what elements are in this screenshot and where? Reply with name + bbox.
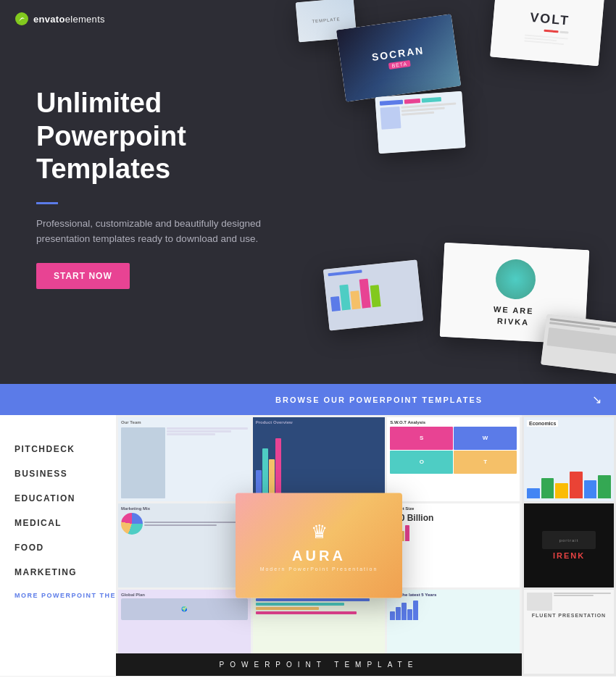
thumb-1[interactable]: Our Team [118,417,251,501]
logo: envatoelements [14,12,105,26]
sidebar-more-themes[interactable]: MORE POWERPOINT THEMES [14,585,101,606]
template-card-bottom-right [541,314,616,375]
sidebar-item-pitchdeck[interactable]: PITCHDECK [14,437,101,461]
sidebar-item-education[interactable]: EDUCATION [14,486,101,511]
rivka-circle [494,259,536,301]
right-thumb-economics[interactable]: Economics [524,417,614,501]
aura-subtitle: Modern PowerPoint Presentation [260,566,378,571]
powerpoint-bar: POWERPOINT TEMPLATE [116,653,522,676]
template-card-volt: VOLT [490,0,604,66]
sidebar-item-business[interactable]: BUSINESS [14,461,101,486]
socran-title: SOCRAN [371,44,425,63]
hero-content: Unlimited Powerpoint Templates Professio… [36,87,297,289]
rivka-text: WE ARE RIVKA [493,304,534,329]
thumb-6[interactable]: Market Size $10 Billion [387,503,520,587]
logo-text: envatoelements [33,14,105,25]
browse-arrow: ↘ [592,393,602,406]
bottom-section: PITCHDECK BUSINESS EDUCATION MEDICAL FOO… [0,415,616,676]
hero-title: Unlimited Powerpoint Templates [36,87,297,186]
thumb-2[interactable]: Product Overview [253,417,386,501]
thumb-4[interactable]: Marketing Mix [118,503,251,587]
template-card-socran: SOCRAN BETA [336,14,461,101]
template-card-middle [375,91,465,154]
sidebar-item-food[interactable]: FOOD [14,535,101,560]
right-thumb-irenk[interactable]: portrait IRENK [524,503,614,587]
aura-crown-icon: ♛ [311,520,328,543]
envato-icon [14,12,29,26]
irenk-label: IRENK [553,551,585,560]
economics-label: Economics [527,420,558,427]
template-grid-area: Our Team Product Overview [116,415,522,676]
view-more-bar: VIEW MORE → [0,676,616,686]
browse-title: BROWSE OUR POWERPOINT TEMPLATES [275,396,483,404]
sidebar-item-marketing[interactable]: MARKETING [14,560,101,585]
hero-divider [36,202,58,204]
hero-template-cards: TEMPLATE SOCRAN BETA VOLT [268,0,616,384]
thumb-3[interactable]: S.W.O.T Analysis S W O T [387,417,520,501]
sidebar: PITCHDECK BUSINESS EDUCATION MEDICAL FOO… [0,415,116,676]
sidebar-item-medical[interactable]: MEDICAL [14,511,101,535]
browse-bar: BROWSE OUR POWERPOINT TEMPLATES ↘ [0,384,616,415]
volt-title: VOLT [530,9,570,28]
fluent-label: FLUENT PRESENTATION [527,612,611,619]
hero-subtitle: Professional, customizable and beautiful… [36,216,268,247]
template-card-bottom-left [323,259,423,330]
socran-badge: BETA [388,60,411,70]
right-thumb-fluent[interactable]: FLUENT PRESENTATION [524,590,614,674]
right-thumbnail-panel: Economics portrait IRENK [522,415,616,676]
start-now-button[interactable]: START NOW [36,263,130,289]
aura-title: AURA [292,547,346,564]
hero-section: envatoelements Unlimited Powerpoint Temp… [0,0,616,384]
aura-featured-card[interactable]: ♛ AURA Modern PowerPoint Presentation [236,493,402,598]
